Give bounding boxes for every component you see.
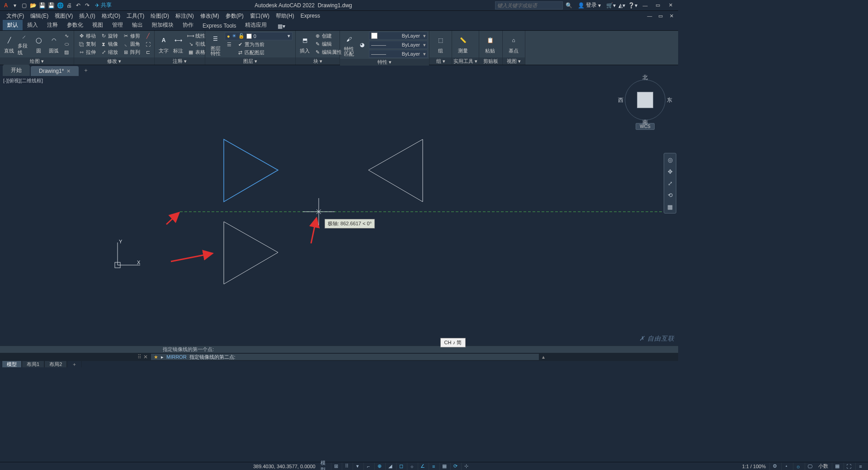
save-icon[interactable]: 💾 [38, 1, 46, 9]
menu-window[interactable]: 窗口(W) [247, 11, 272, 21]
basepoint-button[interactable]: ⌂基点 [505, 33, 522, 56]
viewcube-east[interactable]: 东 [667, 96, 672, 104]
dim-button[interactable]: ⟷标注 [172, 33, 184, 56]
erase-button[interactable]: ╱ [143, 33, 152, 40]
menu-draw[interactable]: 绘图(D) [148, 11, 172, 21]
drawing-canvas[interactable]: [-][俯视][二维线框] Y X 极轴: 862.6617 < 0° 北 [0, 76, 678, 346]
tab-close-icon[interactable]: ✕ [66, 68, 71, 74]
viewcube[interactable]: 北 南 西 东 WCS [620, 80, 670, 138]
ribtab-param[interactable]: 参数化 [62, 20, 88, 30]
blkedit-button[interactable]: ✎编辑 [313, 41, 343, 48]
menu-view[interactable]: 视图(V) [52, 11, 75, 21]
trim-button[interactable]: ✂修剪 [121, 33, 142, 40]
stretch-button[interactable]: ⇿拉伸 [77, 49, 97, 56]
help-icon[interactable]: ❔▾ [628, 2, 637, 9]
rotate-button[interactable]: ↻旋转 [99, 33, 119, 40]
table-button[interactable]: ▦表格 [186, 49, 207, 56]
doc-restore-button[interactable]: ▭ [656, 12, 665, 20]
matchlayer-button[interactable]: ⇄匹配图层 [236, 49, 266, 57]
linear-button[interactable]: ⟼线性 [186, 33, 207, 40]
tab-start[interactable]: 开始 [3, 65, 30, 76]
zoom-extents-icon[interactable]: ⤢ [665, 179, 675, 188]
layer-dropdown[interactable]: ● ☀ 🔓 0 ▾ [225, 32, 292, 40]
layerprops-button[interactable]: ☰图层 特性 [208, 33, 223, 56]
saveas-icon[interactable]: 💾 [47, 1, 55, 9]
viewcube-west[interactable]: 西 [618, 96, 623, 104]
ribtab-addon[interactable]: 附加模块 [147, 20, 178, 30]
ribtab-featured[interactable]: 精选应用 [241, 20, 271, 30]
menu-tools[interactable]: 工具(T) [124, 11, 147, 21]
text-button[interactable]: A文字 [157, 33, 170, 56]
spline-button[interactable]: ∿ [62, 33, 71, 40]
pan-icon[interactable]: ✥ [665, 167, 675, 176]
setcurrent-button[interactable]: ✔置为当前 [236, 41, 266, 48]
layer-iso-button[interactable]: ☰ [225, 41, 234, 48]
cart-icon[interactable]: 🛒▾ [606, 2, 616, 9]
ribtab-output[interactable]: 输出 [127, 20, 147, 30]
plot-icon[interactable]: 🖨 [65, 1, 73, 9]
blkattr-button[interactable]: ✎编辑属性 [313, 49, 343, 56]
insert-button[interactable]: ⬒插入 [298, 33, 311, 56]
share-button[interactable]: ✈共享 [95, 1, 112, 9]
menu-dim[interactable]: 标注(N) [173, 11, 197, 21]
ribtab-insert[interactable]: 插入 [23, 20, 42, 30]
hatch-button[interactable]: ▨ [62, 49, 71, 56]
web-open-icon[interactable]: 🌐 [56, 1, 64, 9]
restore-button[interactable]: ▭ [653, 1, 663, 9]
layout-2[interactable]: 布局2 [44, 361, 67, 367]
doc-minimize-button[interactable]: — [645, 12, 655, 20]
new-icon[interactable]: ▢ [20, 1, 28, 9]
leader-button[interactable]: ↘引线 [186, 41, 207, 48]
paste-button[interactable]: 📋粘贴 [482, 33, 498, 56]
measure-button[interactable]: 📏测量 [455, 33, 471, 56]
array-button[interactable]: ⊞阵列 [121, 49, 142, 56]
showmotion-icon[interactable]: ▦ [665, 202, 675, 211]
copy-button[interactable]: ⿻复制 [77, 41, 97, 48]
tab-drawing1[interactable]: Drawing1*✕ [31, 66, 79, 76]
orbit-icon[interactable]: ⟲ [665, 190, 675, 199]
doc-close-button[interactable]: ✕ [666, 12, 676, 20]
login-button[interactable]: 👤登录 ▾ [575, 0, 604, 10]
minimize-button[interactable]: — [640, 1, 650, 9]
open-icon[interactable]: 📂 [29, 1, 37, 9]
ribtab-options-icon[interactable]: ▦▾ [275, 22, 288, 30]
tab-new[interactable]: ＋ [80, 65, 92, 76]
explode-button[interactable]: ⛶ [143, 41, 152, 48]
steering-wheel-icon[interactable]: ◎ [665, 155, 675, 164]
viewcube-north[interactable]: 北 [642, 74, 648, 81]
cmd-close-icon[interactable]: ✕ [143, 354, 148, 360]
search-input[interactable] [495, 1, 563, 9]
offset-button[interactable]: ⊏ [143, 49, 152, 56]
redo-icon[interactable]: ↷ [83, 1, 91, 9]
ribtab-annotate[interactable]: 注释 [42, 20, 62, 30]
matchprop-button[interactable]: 🖌特性 匹配 [343, 33, 355, 57]
layout-1[interactable]: 布局1 [22, 361, 44, 367]
polyline-button[interactable]: ⟋多段线 [18, 33, 31, 56]
menu-format[interactable]: 格式(O) [99, 11, 123, 21]
fillet-button[interactable]: ◟圆角 [121, 41, 142, 48]
linetype-dropdown[interactable]: ———ByLayer [369, 50, 428, 58]
cmd-expand-icon[interactable]: ▴ [542, 354, 545, 360]
ribtab-express[interactable]: Express Tools [198, 21, 241, 30]
command-input[interactable]: ★ ▸ MIRROR 指定镜像线的第二点: [151, 353, 539, 361]
ribtab-view[interactable]: 视图 [88, 20, 108, 30]
viewcube-face[interactable] [637, 92, 653, 108]
menu-express[interactable]: Express [298, 12, 323, 20]
autodesk-icon[interactable]: ◭▾ [618, 2, 625, 9]
undo-icon[interactable]: ↶ [74, 1, 82, 9]
move-button[interactable]: ✥移动 [77, 33, 97, 40]
viewcube-south[interactable]: 南 [642, 119, 648, 126]
app-icon[interactable]: A [2, 1, 10, 9]
ribtab-manage[interactable]: 管理 [108, 20, 127, 30]
blkcreate-button[interactable]: ⊕创建 [313, 33, 343, 40]
ellipse-button[interactable]: ⬭ [62, 41, 71, 48]
menu-help[interactable]: 帮助(H) [273, 11, 297, 21]
cmd-handle-icon[interactable]: ⠿ [137, 354, 141, 360]
line-button[interactable]: ╱直线 [3, 33, 16, 56]
qat-menu-icon[interactable]: ▾ [11, 1, 19, 9]
menu-param[interactable]: 参数(P) [223, 11, 246, 21]
color-dropdown[interactable]: ByLayer [369, 32, 428, 40]
scale-button[interactable]: ⤢缩放 [99, 49, 119, 56]
menu-file[interactable]: 文件(F) [4, 11, 27, 21]
layout-add[interactable]: ＋ [67, 361, 82, 367]
